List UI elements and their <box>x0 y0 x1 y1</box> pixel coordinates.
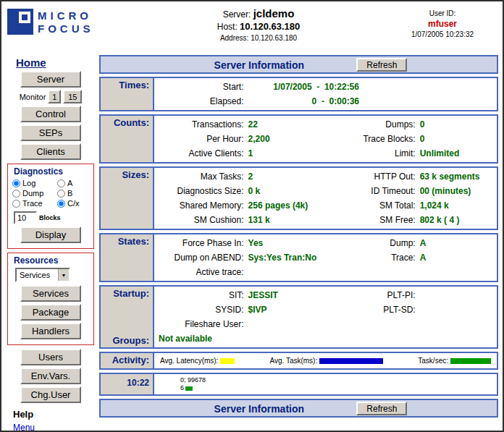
activity-line2-row: 6 <box>180 384 494 392</box>
field-value: 802 k ( 4 ) <box>420 213 494 227</box>
field-value: 1 <box>248 146 332 161</box>
field-value <box>420 288 494 302</box>
radio-dump[interactable]: Dump <box>12 189 57 198</box>
groups-section-label: Groups: <box>112 335 149 346</box>
services-button[interactable]: Services <box>20 285 81 302</box>
sizes-row: Shared Memory: 256 pages (4k) SM Total: … <box>157 198 494 213</box>
states-section: States: Force Phase In: Yes Dump: A Dump… <box>99 233 498 282</box>
diagnostics-panel: Diagnostics Log A Dump <box>7 164 94 249</box>
sizes-section-body: Max Tasks: 2 HTTP Out: 63 k segments Dia… <box>154 168 497 229</box>
latency-legend: Avg. Latency(ms): <box>160 357 235 365</box>
app-window: MICRO FOCUS Server: jcldemo Host: 10.120… <box>0 0 504 432</box>
task-ms-bar <box>319 358 383 364</box>
header-timestamp: 1/07/2005 10:23:32 <box>388 30 497 38</box>
server-button[interactable]: Server <box>20 71 81 88</box>
envvars-button[interactable]: Env.Vars. <box>20 368 81 384</box>
home-link[interactable]: Home <box>16 56 96 69</box>
field-label: Fileshare User: <box>157 317 248 331</box>
sidebar: Home Server Monitor Control SEPs Clients… <box>6 55 96 432</box>
field-value: 2 <box>248 169 332 184</box>
resources-panel: Resources Services ▼ Services Package Ha… <box>7 253 94 345</box>
groups-value: Not available <box>157 331 494 346</box>
address-label: Address: <box>220 34 248 42</box>
field-label: SYSID: <box>157 302 248 317</box>
field-label: SM Free: <box>332 213 420 227</box>
logo-line2: FOCUS <box>38 22 94 35</box>
field-label: Active trace: <box>157 265 248 279</box>
radio-cx-label: C/x <box>67 199 80 208</box>
menu-link[interactable]: Menu <box>13 423 35 432</box>
times-section-label: Times: <box>101 78 154 110</box>
blocks-input[interactable] <box>14 211 37 224</box>
radio-cx[interactable]: C/x <box>57 199 91 208</box>
start-value: 1/07/2005 - 10:22:56 <box>248 80 359 94</box>
states-row: Force Phase In: Yes Dump: A <box>157 236 494 250</box>
radio-b-input[interactable] <box>57 190 65 198</box>
clients-button[interactable]: Clients <box>20 143 81 160</box>
radio-trace[interactable]: Trace <box>12 199 57 208</box>
monitor-period-input[interactable] <box>63 90 82 103</box>
radio-log-input[interactable] <box>12 179 20 187</box>
counts-row: Active Clients: 1 Limit: Unlimited <box>157 146 494 161</box>
field-label: Dump: <box>332 236 420 250</box>
field-value: A <box>420 236 494 250</box>
activity-time: 10:22 <box>101 374 154 394</box>
field-value: 63 k segments <box>420 169 494 184</box>
server-information-header-bottom: Server Information Refresh <box>99 399 498 418</box>
diagnostics-title: Diagnostics <box>14 166 92 177</box>
field-label: PLT-SD: <box>332 302 420 317</box>
resources-select[interactable]: Services ▼ <box>15 268 70 282</box>
field-label: Limit: <box>332 146 420 161</box>
field-value: 2,200 <box>248 132 332 146</box>
radio-dump-input[interactable] <box>12 190 20 198</box>
field-label: Diagnostics Size: <box>157 184 248 198</box>
control-button[interactable]: Control <box>20 106 81 122</box>
display-button[interactable]: Display <box>20 226 81 243</box>
help-label: Help <box>13 409 96 420</box>
field-label: Dump on ABEND: <box>157 250 248 265</box>
times-section-body: Start: 1/07/2005 - 10:22:56 Elapsed: 0 -… <box>154 78 497 110</box>
seps-button[interactable]: SEPs <box>20 124 81 141</box>
server-label: Server: <box>223 9 251 20</box>
logo-line1: MICRO <box>38 9 94 22</box>
radio-a-input[interactable] <box>57 179 65 187</box>
startup-row: Fileshare User: <box>157 317 494 331</box>
radio-cx-input[interactable] <box>57 200 65 208</box>
monitor-interval-input[interactable] <box>48 90 61 103</box>
field-label: SM Cushion: <box>157 213 248 227</box>
field-value: A <box>420 250 494 265</box>
monitor-controls: Monitor <box>6 90 96 103</box>
task-rate-legend: Task/sec: <box>418 357 491 365</box>
users-button[interactable]: Users <box>20 349 81 365</box>
monitor-label: Monitor <box>20 93 46 101</box>
page-header: MICRO FOCUS Server: jcldemo Host: 10.120… <box>1 1 503 54</box>
host-label: Host: <box>217 22 238 32</box>
field-value <box>248 265 332 279</box>
package-button[interactable]: Package <box>20 304 81 321</box>
radio-b[interactable]: B <box>57 189 91 198</box>
refresh-button-bottom[interactable]: Refresh <box>356 402 407 415</box>
field-label: Dumps: <box>332 117 420 132</box>
states-section-body: Force Phase In: Yes Dump: A Dump on ABEN… <box>154 234 497 281</box>
states-row: Active trace: <box>157 265 494 279</box>
page-title-bottom: Server Information <box>214 403 304 415</box>
micro-focus-logo: MICRO FOCUS <box>7 5 129 54</box>
refresh-button-top[interactable]: Refresh <box>356 58 407 72</box>
field-label <box>332 265 420 279</box>
activity-line1: 0; 99678 <box>180 376 494 384</box>
chguser-button[interactable]: Chg.User <box>20 386 81 403</box>
startup-section: Startup: Groups: SIT: JESSIT PLT-PI: SYS… <box>99 285 498 349</box>
radio-trace-input[interactable] <box>12 200 20 208</box>
sizes-section: Sizes: Max Tasks: 2 HTTP Out: 63 k segme… <box>99 166 498 230</box>
radio-log[interactable]: Log <box>12 179 57 187</box>
radio-a[interactable]: A <box>57 179 91 187</box>
task-rate-bar <box>450 358 491 364</box>
startup-section-labels: Startup: Groups: <box>101 287 154 347</box>
activity-line2: 6 <box>180 384 184 392</box>
handlers-button[interactable]: Handlers <box>20 323 81 339</box>
counts-row: Per Hour: 2,200 Trace Blocks: 0 <box>157 132 494 146</box>
user-id-value: mfuser <box>388 19 497 29</box>
field-label: Max Tasks: <box>157 169 248 184</box>
micro-focus-logo-text: MICRO FOCUS <box>38 9 94 35</box>
task-ms-legend-label: Avg. Task(ms): <box>269 357 317 365</box>
